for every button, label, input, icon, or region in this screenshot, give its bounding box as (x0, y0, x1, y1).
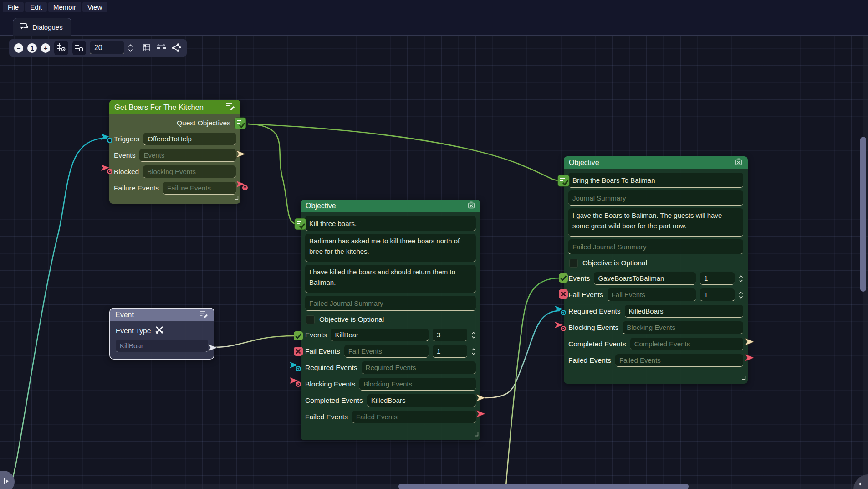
arrange-nodes-button[interactable] (156, 43, 167, 52)
events-input[interactable] (594, 272, 696, 285)
objective1-in-port[interactable] (294, 218, 306, 232)
snap-distance-toggle[interactable] (72, 41, 86, 55)
objective2-fail-events-port[interactable] (558, 289, 568, 301)
snap-value-input[interactable] (90, 44, 122, 52)
events-label: Events (114, 151, 135, 160)
fail-events-count-spinner[interactable] (471, 348, 476, 355)
blocking-events-input[interactable] (623, 321, 743, 334)
events-count-spinner[interactable] (471, 332, 476, 339)
minimap-toggle-button[interactable] (142, 43, 152, 53)
failed-events-input[interactable] (615, 354, 743, 367)
delete-node-icon[interactable] (735, 158, 743, 168)
events-input[interactable] (139, 149, 236, 162)
triggers-in-port[interactable] (100, 132, 113, 146)
fail-events-count-input[interactable] (700, 288, 735, 301)
tab-dialogues[interactable]: Dialogues (13, 18, 71, 36)
crossed-swords-icon[interactable] (155, 325, 164, 336)
objective1-events-port[interactable] (293, 331, 303, 343)
completed-events-input[interactable] (630, 338, 743, 350)
expand-panel-icon (3, 477, 10, 487)
menu-file[interactable]: File (3, 2, 24, 12)
minimap-panel-icon (857, 480, 865, 489)
objective2-failed-out-port[interactable] (744, 352, 756, 365)
triggers-input[interactable] (143, 133, 236, 145)
quest-node-body: Quest Objectives Triggers Events Blocked… (109, 114, 240, 204)
failure-events-input[interactable] (163, 182, 236, 195)
objective1-fail-events-port[interactable] (293, 346, 303, 358)
resize-handle[interactable] (474, 430, 479, 438)
objective2-blocking-events-port[interactable] (554, 320, 567, 335)
objective1-journal-summary[interactable]: Barliman has asked me to kill three boar… (305, 234, 476, 262)
events-input[interactable] (331, 329, 429, 341)
events-count-input[interactable] (700, 272, 735, 285)
objective1-header[interactable]: Objective (301, 200, 480, 212)
optional-checkbox[interactable] (569, 259, 578, 268)
fail-events-input[interactable] (608, 288, 696, 301)
objective2-completed-out-port[interactable] (744, 336, 756, 349)
objective1-failed-summary[interactable] (305, 296, 476, 311)
objective1-blocking-events-port[interactable] (289, 376, 301, 390)
objective2-body: I gave the Boars to Baliman. The guests … (564, 169, 748, 384)
events-out-port[interactable] (235, 149, 247, 161)
failed-events-label: Failed Events (305, 413, 348, 421)
node-objective-bringboars: Objective I gave the Boars to Baliman. T… (564, 156, 748, 384)
snap-value-spinner[interactable] (128, 44, 133, 52)
objective2-events-port[interactable] (558, 273, 568, 285)
event-name-input[interactable] (116, 340, 208, 352)
objective2-header[interactable]: Objective (564, 156, 748, 169)
objective2-title: Objective (569, 159, 599, 167)
objective1-completed-out-port[interactable] (475, 392, 487, 405)
blocking-events-input[interactable] (359, 378, 476, 391)
edit-list-icon[interactable] (199, 310, 209, 320)
horizontal-scrollbar[interactable] (398, 484, 689, 489)
vertical-scrollbar[interactable] (860, 137, 866, 292)
fail-events-count-input[interactable] (433, 345, 467, 358)
event-node-header[interactable]: Event (110, 309, 214, 321)
menu-view[interactable]: View (82, 2, 107, 12)
zoom-in-button[interactable]: + (41, 43, 50, 53)
objective2-completed-summary[interactable]: I gave the Boars to Baliman. The guests … (568, 208, 743, 237)
optional-checkbox[interactable] (306, 315, 315, 324)
failure-events-out-port[interactable] (235, 179, 248, 194)
objective1-required-events-port[interactable] (289, 360, 301, 375)
resize-handle[interactable] (741, 374, 746, 382)
events-label: Events (305, 331, 327, 339)
quest-node-header[interactable]: Get Boars For The Kitchen (109, 100, 240, 114)
event-out-port[interactable] (207, 342, 219, 355)
menu-bar: File Edit Memoir View (0, 0, 868, 14)
objective2-name-input[interactable] (568, 173, 743, 188)
edit-list-icon[interactable] (225, 102, 235, 112)
tab-bar: Dialogues (0, 14, 868, 36)
failed-events-label: Failed Events (568, 356, 611, 365)
blocked-in-port[interactable] (100, 163, 113, 177)
menu-memoir[interactable]: Memoir (48, 2, 81, 12)
blocking-events-label: Blocking Events (305, 380, 355, 388)
objective2-journal-summary[interactable] (568, 190, 743, 206)
snap-magnet-icon (74, 42, 84, 54)
fail-events-count-spinner[interactable] (739, 292, 743, 299)
memoir-graph-editor: File Edit Memoir View Dialogues − 1 + (0, 0, 868, 489)
delete-node-icon[interactable] (467, 201, 475, 211)
connection-lines-button[interactable] (171, 42, 182, 53)
resize-handle[interactable] (234, 194, 239, 202)
events-count-input[interactable] (433, 329, 467, 341)
objective1-completed-summary[interactable]: I have killed the boars and should retur… (305, 265, 476, 293)
zoom-out-button[interactable]: − (14, 43, 23, 53)
blocked-input[interactable] (143, 165, 236, 178)
required-events-input[interactable] (362, 361, 476, 374)
menu-edit[interactable]: Edit (25, 2, 47, 12)
objective1-name-input[interactable] (305, 216, 476, 231)
failed-events-input[interactable] (352, 411, 476, 423)
blocking-events-label: Blocking Events (568, 324, 618, 332)
completed-events-input[interactable] (367, 394, 476, 407)
objective2-failed-summary[interactable] (568, 239, 743, 254)
quest-objectives-port[interactable] (234, 117, 246, 131)
objective1-failed-out-port[interactable] (475, 408, 487, 421)
objective2-required-events-port[interactable] (554, 304, 567, 319)
objective2-in-port[interactable] (557, 175, 570, 189)
fail-events-input[interactable] (344, 345, 429, 358)
snap-grid-toggle[interactable] (54, 41, 68, 55)
required-events-input[interactable] (625, 305, 743, 318)
events-count-spinner[interactable] (739, 275, 743, 282)
zoom-reset-button[interactable]: 1 (27, 43, 36, 53)
